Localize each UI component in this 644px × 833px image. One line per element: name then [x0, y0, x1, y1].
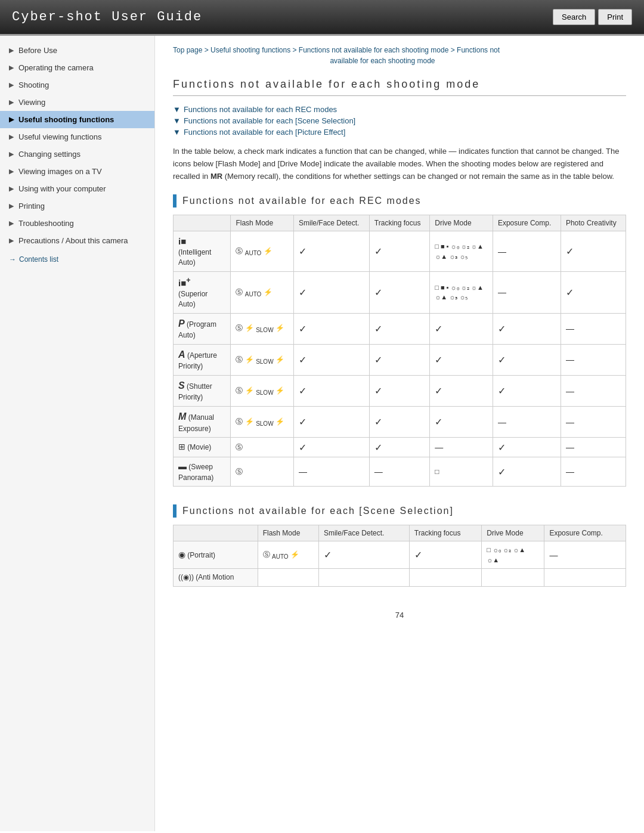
mode-name: ▬ (SweepPanorama) — [178, 461, 225, 482]
smile-cell: ✓ — [293, 313, 369, 344]
mode-cell: ⊞ (Movie) — [174, 438, 231, 457]
sidebar-item-label: Viewing — [18, 98, 45, 107]
breadcrumb-top[interactable]: Top page — [173, 46, 202, 54]
section-link-rec[interactable]: ▼ Functions not available for each REC m… — [173, 105, 626, 114]
dash: — — [498, 287, 506, 297]
exposure-cell: ✓ — [493, 438, 561, 457]
sidebar-item-viewing-tv[interactable]: ▶ Viewing images on a TV — [0, 163, 154, 180]
search-button[interactable]: Search — [553, 9, 595, 25]
sidebar-item-label: Before Use — [18, 46, 57, 55]
dash: — — [566, 355, 574, 364]
mode-cell: ◉ (Portrait) — [174, 541, 258, 569]
check-icon: ✓ — [498, 386, 506, 396]
exposure-cell: — — [493, 231, 561, 272]
mode-name: A (AperturePriority) — [178, 348, 225, 371]
photo-cell: — — [561, 457, 626, 486]
arrow-icon: ▶ — [9, 150, 14, 158]
dash: — — [566, 442, 574, 452]
mode-name: P (ProgramAuto) — [178, 317, 225, 340]
photo-cell: — — [561, 407, 626, 438]
check-icon: ✓ — [414, 550, 422, 560]
drive-cell: ✓ — [430, 313, 493, 344]
flash-icons: Ⓢ — [236, 443, 243, 451]
page-title: Functions not available for each shootin… — [173, 78, 626, 96]
flash-icons: Ⓢ ⚡ SLOW ⚡ — [236, 417, 284, 426]
arrow-icon: ▶ — [9, 47, 14, 54]
sidebar-item-printing[interactable]: ▶ Printing — [0, 197, 154, 215]
breadcrumb-functions[interactable]: Functions not available for each shootin… — [299, 46, 449, 54]
drive-icons: □ — [435, 467, 439, 476]
drive-icons: □ ☼₀ ☼₂ ☼▲☼▲ — [487, 546, 525, 563]
page-number: 74 — [173, 605, 626, 625]
exposure-cell — [544, 569, 626, 587]
check-icon: ✓ — [374, 287, 382, 298]
print-button[interactable]: Print — [598, 9, 632, 25]
mode-label: (Portrait) — [187, 551, 215, 559]
sidebar-item-useful-viewing[interactable]: ▶ Useful viewing functions — [0, 128, 154, 145]
sidebar-item-shooting[interactable]: ▶ Shooting — [0, 76, 154, 94]
breadcrumb-useful-shooting[interactable]: Useful shooting functions — [210, 46, 290, 54]
description-text: In the table below, a check mark indicat… — [173, 145, 626, 182]
col-tracking: Tracking focus — [369, 215, 429, 231]
blue-bar-icon — [173, 504, 177, 518]
triangle-icon: ▼ — [173, 116, 181, 125]
arrow-icon: ▶ — [9, 168, 14, 175]
section-link-picture[interactable]: ▼ Functions not available for each [Pict… — [173, 128, 626, 137]
check-icon: ✓ — [435, 324, 442, 334]
mode-name: i■+ (SuperiorAuto) — [178, 275, 225, 309]
rec-section-heading: Functions not available for each REC mod… — [173, 194, 626, 208]
triangle-icon: ▼ — [173, 105, 181, 114]
mode-icon: ▬ — [178, 462, 187, 471]
check-icon: ✓ — [374, 246, 382, 256]
flash-icons: Ⓢ ⚡ SLOW ⚡ — [236, 355, 284, 364]
col-photo: Photo Creativity — [561, 215, 626, 231]
contents-list-link[interactable]: → Contents list — [0, 249, 154, 270]
sidebar-item-viewing[interactable]: ▶ Viewing — [0, 94, 154, 111]
sidebar-item-label: Using with your computer — [18, 184, 106, 193]
check-icon: ✓ — [299, 386, 306, 396]
flash-cell — [258, 569, 318, 587]
tracking-cell: ✓ — [409, 541, 481, 569]
arrow-icon: ▶ — [9, 185, 14, 193]
app-title: Cyber-shot User Guide — [12, 10, 202, 24]
sidebar-item-operating-camera[interactable]: ▶ Operating the camera — [0, 59, 154, 76]
check-icon: ✓ — [566, 287, 574, 298]
dash: — — [549, 550, 558, 560]
col-flash: Flash Mode — [231, 215, 294, 231]
triangle-icon: ▼ — [173, 128, 181, 137]
check-icon: ✓ — [498, 355, 506, 365]
col-smile: Smile/Face Detect. — [318, 525, 409, 541]
table-row: M (ManualExposure) Ⓢ ⚡ SLOW ⚡ ✓ ✓ ✓ — — — [174, 407, 626, 438]
table-header-row: Flash Mode Smile/Face Detect. Tracking f… — [174, 525, 626, 541]
arrow-icon: ▶ — [9, 98, 14, 106]
flash-cell: Ⓢ — [231, 438, 294, 457]
arrow-icon: ▶ — [9, 116, 14, 123]
breadcrumb: Top page > Useful shooting functions > F… — [173, 45, 626, 66]
dash: — — [374, 467, 383, 476]
flash-icons: Ⓢ AUTO ⚡ — [236, 247, 272, 255]
photo-cell: — — [561, 344, 626, 375]
check-icon: ✓ — [299, 417, 306, 427]
sidebar-item-useful-shooting[interactable]: ▶ Useful shooting functions — [0, 111, 154, 128]
arrow-icon: ▶ — [9, 81, 14, 89]
rec-heading-text: Functions not available for each REC mod… — [182, 196, 422, 206]
table-row: i■+ (SuperiorAuto) Ⓢ AUTO ⚡ ✓ ✓ □ ■ ▪ ☼₀… — [174, 271, 626, 313]
section-link-scene[interactable]: ▼ Functions not available for each [Scen… — [173, 116, 626, 125]
drive-icons: □ ■ ▪ ☼₀ ☼₂ ☼▲☼▲ ☼₃ ☼₅ — [435, 243, 484, 260]
sidebar-item-before-use[interactable]: ▶ Before Use — [0, 42, 154, 59]
table-row: ▬ (SweepPanorama) Ⓢ — — □ ✓ — — [174, 457, 626, 486]
exposure-cell: ✓ — [493, 375, 561, 406]
sidebar-item-changing-settings[interactable]: ▶ Changing settings — [0, 145, 154, 163]
drive-cell: □ ■ ▪ ☼₀ ☼₂ ☼▲☼▲ ☼₃ ☼₅ — [430, 271, 493, 313]
tracking-cell: ✓ — [369, 313, 429, 344]
mode-icon: M — [178, 411, 186, 422]
col-exposure: Exposure Comp. — [544, 525, 626, 541]
sidebar-item-troubleshooting[interactable]: ▶ Troubleshooting — [0, 215, 154, 232]
sidebar-item-precautions[interactable]: ▶ Precautions / About this camera — [0, 232, 154, 249]
smile-cell: — — [293, 457, 369, 486]
drive-cell — [482, 569, 544, 587]
sidebar-item-using-computer[interactable]: ▶ Using with your computer — [0, 180, 154, 197]
table-row: A (AperturePriority) Ⓢ ⚡ SLOW ⚡ ✓ ✓ ✓ ✓ … — [174, 344, 626, 375]
sidebar-item-label: Printing — [18, 202, 45, 210]
col-mode — [174, 215, 231, 231]
